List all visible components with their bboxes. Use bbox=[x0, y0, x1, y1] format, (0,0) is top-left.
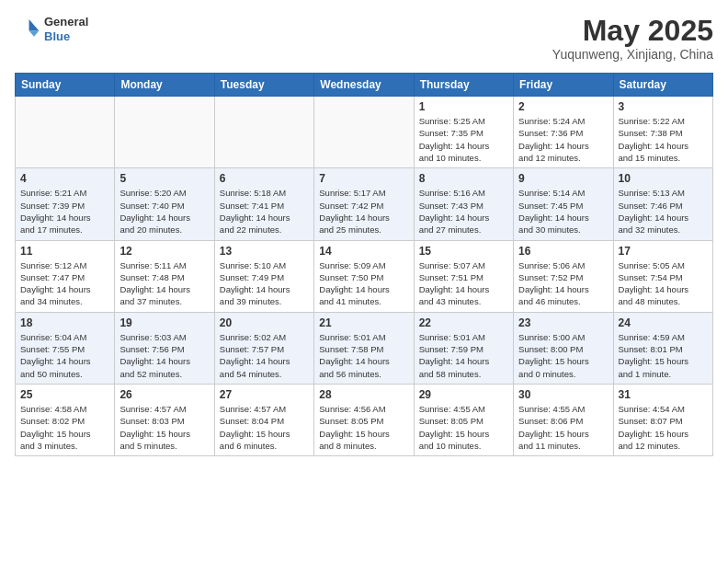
day-cell: 12Sunrise: 5:11 AM Sunset: 7:48 PM Dayli… bbox=[115, 240, 214, 312]
day-number: 7 bbox=[319, 172, 408, 185]
day-cell: 23Sunrise: 5:00 AM Sunset: 8:00 PM Dayli… bbox=[514, 312, 613, 384]
day-cell bbox=[214, 97, 313, 168]
day-detail: Sunrise: 5:13 AM Sunset: 7:46 PM Dayligh… bbox=[619, 187, 708, 236]
day-cell: 18Sunrise: 5:04 AM Sunset: 7:55 PM Dayli… bbox=[16, 312, 115, 384]
day-number: 15 bbox=[419, 245, 508, 258]
day-detail: Sunrise: 5:21 AM Sunset: 7:39 PM Dayligh… bbox=[20, 187, 109, 236]
day-cell: 15Sunrise: 5:07 AM Sunset: 7:51 PM Dayli… bbox=[414, 240, 513, 312]
title-area: May 2025 Yuqunweng, Xinjiang, China bbox=[552, 15, 713, 62]
day-cell: 28Sunrise: 4:56 AM Sunset: 8:05 PM Dayli… bbox=[314, 384, 414, 455]
day-number: 31 bbox=[619, 388, 708, 401]
day-detail: Sunrise: 5:03 AM Sunset: 7:56 PM Dayligh… bbox=[119, 331, 209, 380]
day-cell: 17Sunrise: 5:05 AM Sunset: 7:54 PM Dayli… bbox=[613, 240, 712, 312]
logo-line2: Blue bbox=[44, 29, 88, 44]
day-detail: Sunrise: 5:22 AM Sunset: 7:38 PM Dayligh… bbox=[619, 115, 708, 164]
day-cell: 2Sunrise: 5:24 AM Sunset: 7:36 PM Daylig… bbox=[514, 97, 613, 168]
logo-icon bbox=[15, 17, 40, 42]
day-detail: Sunrise: 5:11 AM Sunset: 7:48 PM Dayligh… bbox=[119, 259, 209, 308]
day-cell: 9Sunrise: 5:14 AM Sunset: 7:45 PM Daylig… bbox=[514, 168, 613, 240]
logo-text: General Blue bbox=[44, 15, 88, 43]
day-cell: 19Sunrise: 5:03 AM Sunset: 7:56 PM Dayli… bbox=[115, 312, 214, 384]
weekday-header-monday: Monday bbox=[115, 74, 214, 97]
day-number: 17 bbox=[619, 245, 708, 258]
week-row-5: 25Sunrise: 4:58 AM Sunset: 8:02 PM Dayli… bbox=[16, 384, 713, 455]
day-cell: 3Sunrise: 5:22 AM Sunset: 7:38 PM Daylig… bbox=[613, 97, 712, 168]
day-number: 1 bbox=[419, 100, 508, 113]
day-cell: 7Sunrise: 5:17 AM Sunset: 7:42 PM Daylig… bbox=[314, 168, 414, 240]
day-cell: 24Sunrise: 4:59 AM Sunset: 8:01 PM Dayli… bbox=[613, 312, 712, 384]
day-detail: Sunrise: 5:05 AM Sunset: 7:54 PM Dayligh… bbox=[619, 259, 708, 308]
day-number: 22 bbox=[419, 316, 508, 329]
day-detail: Sunrise: 5:01 AM Sunset: 7:58 PM Dayligh… bbox=[319, 331, 408, 380]
day-cell bbox=[115, 97, 214, 168]
day-detail: Sunrise: 5:07 AM Sunset: 7:51 PM Dayligh… bbox=[419, 259, 508, 308]
day-cell: 25Sunrise: 4:58 AM Sunset: 8:02 PM Dayli… bbox=[16, 384, 115, 455]
day-cell: 27Sunrise: 4:57 AM Sunset: 8:04 PM Dayli… bbox=[214, 384, 313, 455]
day-detail: Sunrise: 4:57 AM Sunset: 8:03 PM Dayligh… bbox=[119, 403, 209, 452]
day-detail: Sunrise: 5:16 AM Sunset: 7:43 PM Dayligh… bbox=[419, 187, 508, 236]
week-row-2: 4Sunrise: 5:21 AM Sunset: 7:39 PM Daylig… bbox=[16, 168, 713, 240]
day-number: 24 bbox=[619, 316, 708, 329]
weekday-header-row: SundayMondayTuesdayWednesdayThursdayFrid… bbox=[16, 74, 713, 97]
day-detail: Sunrise: 5:14 AM Sunset: 7:45 PM Dayligh… bbox=[518, 187, 608, 236]
day-detail: Sunrise: 4:58 AM Sunset: 8:02 PM Dayligh… bbox=[20, 403, 109, 452]
day-detail: Sunrise: 5:12 AM Sunset: 7:47 PM Dayligh… bbox=[20, 259, 109, 308]
day-cell: 30Sunrise: 4:55 AM Sunset: 8:06 PM Dayli… bbox=[514, 384, 613, 455]
day-detail: Sunrise: 4:57 AM Sunset: 8:04 PM Dayligh… bbox=[220, 403, 309, 452]
day-detail: Sunrise: 5:04 AM Sunset: 7:55 PM Dayligh… bbox=[20, 331, 109, 380]
day-number: 16 bbox=[518, 245, 608, 258]
day-detail: Sunrise: 5:06 AM Sunset: 7:52 PM Dayligh… bbox=[518, 259, 608, 308]
day-number: 3 bbox=[619, 100, 708, 113]
day-number: 10 bbox=[619, 172, 708, 185]
day-number: 14 bbox=[319, 245, 408, 258]
week-row-1: 1Sunrise: 5:25 AM Sunset: 7:35 PM Daylig… bbox=[16, 97, 713, 168]
day-detail: Sunrise: 4:55 AM Sunset: 8:05 PM Dayligh… bbox=[419, 403, 508, 452]
day-detail: Sunrise: 5:24 AM Sunset: 7:36 PM Dayligh… bbox=[518, 115, 608, 164]
day-number: 29 bbox=[419, 388, 508, 401]
day-cell: 11Sunrise: 5:12 AM Sunset: 7:47 PM Dayli… bbox=[16, 240, 115, 312]
day-cell: 26Sunrise: 4:57 AM Sunset: 8:03 PM Dayli… bbox=[115, 384, 214, 455]
day-detail: Sunrise: 5:17 AM Sunset: 7:42 PM Dayligh… bbox=[319, 187, 408, 236]
day-cell: 4Sunrise: 5:21 AM Sunset: 7:39 PM Daylig… bbox=[16, 168, 115, 240]
day-number: 27 bbox=[220, 388, 309, 401]
day-number: 26 bbox=[119, 388, 209, 401]
day-cell: 10Sunrise: 5:13 AM Sunset: 7:46 PM Dayli… bbox=[613, 168, 712, 240]
day-number: 5 bbox=[119, 172, 209, 185]
day-cell bbox=[314, 97, 414, 168]
week-row-4: 18Sunrise: 5:04 AM Sunset: 7:55 PM Dayli… bbox=[16, 312, 713, 384]
day-number: 13 bbox=[220, 245, 309, 258]
day-cell: 21Sunrise: 5:01 AM Sunset: 7:58 PM Dayli… bbox=[314, 312, 414, 384]
page-header: General Blue May 2025 Yuqunweng, Xinjian… bbox=[15, 15, 713, 62]
day-detail: Sunrise: 5:01 AM Sunset: 7:59 PM Dayligh… bbox=[419, 331, 508, 380]
weekday-header-wednesday: Wednesday bbox=[314, 74, 414, 97]
day-detail: Sunrise: 5:10 AM Sunset: 7:49 PM Dayligh… bbox=[220, 259, 309, 308]
day-number: 19 bbox=[119, 316, 209, 329]
day-number: 20 bbox=[220, 316, 309, 329]
day-cell: 5Sunrise: 5:20 AM Sunset: 7:40 PM Daylig… bbox=[115, 168, 214, 240]
day-detail: Sunrise: 5:20 AM Sunset: 7:40 PM Dayligh… bbox=[119, 187, 209, 236]
weekday-header-sunday: Sunday bbox=[16, 74, 115, 97]
day-number: 23 bbox=[518, 316, 608, 329]
day-cell: 20Sunrise: 5:02 AM Sunset: 7:57 PM Dayli… bbox=[214, 312, 313, 384]
weekday-header-thursday: Thursday bbox=[414, 74, 513, 97]
weekday-header-tuesday: Tuesday bbox=[214, 74, 313, 97]
day-number: 28 bbox=[319, 388, 408, 401]
calendar: SundayMondayTuesdayWednesdayThursdayFrid… bbox=[15, 73, 713, 456]
day-number: 8 bbox=[419, 172, 508, 185]
day-detail: Sunrise: 5:00 AM Sunset: 8:00 PM Dayligh… bbox=[518, 331, 608, 380]
weekday-header-saturday: Saturday bbox=[613, 74, 712, 97]
day-cell: 29Sunrise: 4:55 AM Sunset: 8:05 PM Dayli… bbox=[414, 384, 513, 455]
day-detail: Sunrise: 4:55 AM Sunset: 8:06 PM Dayligh… bbox=[518, 403, 608, 452]
logo: General Blue bbox=[15, 15, 88, 43]
day-detail: Sunrise: 4:54 AM Sunset: 8:07 PM Dayligh… bbox=[619, 403, 708, 452]
day-detail: Sunrise: 5:02 AM Sunset: 7:57 PM Dayligh… bbox=[220, 331, 309, 380]
day-detail: Sunrise: 4:59 AM Sunset: 8:01 PM Dayligh… bbox=[619, 331, 708, 380]
day-detail: Sunrise: 5:09 AM Sunset: 7:50 PM Dayligh… bbox=[319, 259, 408, 308]
location: Yuqunweng, Xinjiang, China bbox=[552, 47, 713, 62]
day-cell: 31Sunrise: 4:54 AM Sunset: 8:07 PM Dayli… bbox=[613, 384, 712, 455]
day-cell: 14Sunrise: 5:09 AM Sunset: 7:50 PM Dayli… bbox=[314, 240, 414, 312]
day-number: 11 bbox=[20, 245, 109, 258]
day-cell: 6Sunrise: 5:18 AM Sunset: 7:41 PM Daylig… bbox=[214, 168, 313, 240]
day-number: 21 bbox=[319, 316, 408, 329]
month-year: May 2025 bbox=[552, 15, 713, 47]
